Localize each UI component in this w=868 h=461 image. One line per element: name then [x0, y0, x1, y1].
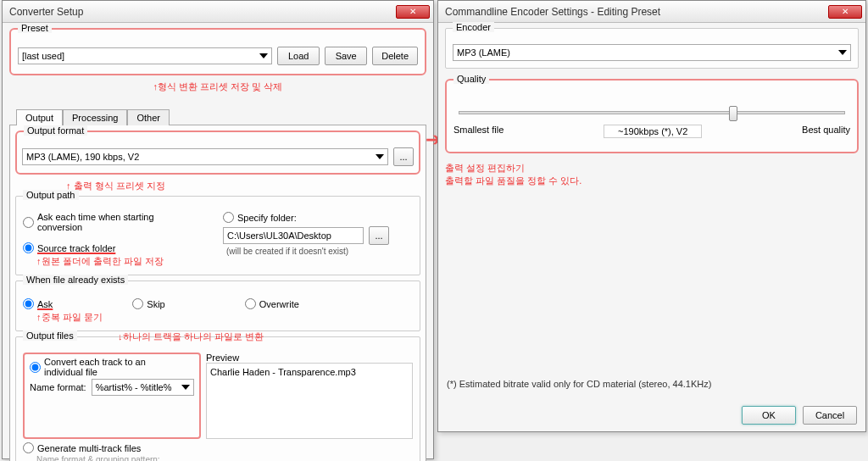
preset-legend: Preset [18, 23, 52, 33]
grouping-label: Name format & grouping pattern: [36, 455, 413, 461]
load-button[interactable]: Load [277, 47, 320, 65]
output-format-combo[interactable]: MP3 (LAME), 190 kbps, V2 [22, 148, 388, 165]
source-annotation: ↑원본 폴더에 출력한 파일 저장 [36, 255, 213, 268]
output-format-annotation: ↑ 출력 형식 프리셋 지정 [66, 180, 420, 192]
footnote: (*) Estimated bitrate valid only for CD … [447, 379, 711, 389]
ask-each-radio[interactable]: Ask each time when starting conversion [23, 212, 201, 232]
quality-slider[interactable] [459, 111, 845, 114]
smallest-label: Smallest file [453, 125, 504, 138]
window-title: Converter Setup [9, 6, 396, 18]
exists-annotation: ↑중복 파일 묻기 [36, 311, 413, 324]
folder-browse-button[interactable]: ... [369, 226, 389, 245]
name-format-label: Name format: [30, 382, 86, 392]
exists-legend: When file already exists [23, 275, 128, 285]
folder-input[interactable] [223, 227, 364, 244]
format-browse-button[interactable]: ... [393, 147, 414, 166]
titlebar: Converter Setup ✕ [3, 1, 433, 23]
preview-label: Preview [206, 353, 413, 363]
preset-annotation: ↑형식 변환 프리셋 저장 및 삭제 [9, 81, 426, 93]
quality-group: Quality Smallest file ~190kbps (*), V2 B… [445, 79, 859, 153]
encoder-annotation-2: 출력할 파일 품질을 정할 수 있다. [445, 175, 859, 187]
output-files-legend: Output files [23, 330, 77, 341]
converter-setup-dialog: Converter Setup ✕ Preset [last used] Loa… [2, 0, 434, 459]
output-path-group: Output path Ask each time when starting … [15, 196, 420, 275]
tab-output[interactable]: Output [16, 109, 63, 125]
output-path-legend: Output path [23, 190, 79, 200]
encoder-combo[interactable]: MP3 (LAME) [453, 44, 851, 61]
encoder-group: Encoder MP3 (LAME) [445, 28, 859, 69]
tab-other[interactable]: Other [127, 109, 170, 125]
delete-button[interactable]: Delete [372, 47, 418, 65]
name-format-combo[interactable]: %artist% - %title% [92, 379, 194, 396]
close-icon[interactable]: ✕ [828, 5, 862, 19]
output-files-group: Output files ↓하나의 트랙을 하나의 파일로 변환 Convert… [15, 336, 420, 461]
preview-box: Charlie Haden - Transparence.mp3 [206, 363, 413, 439]
tab-processing[interactable]: Processing [63, 109, 127, 125]
convert-each-radio[interactable]: Convert each track to an individual file [30, 357, 182, 377]
output-format-group: Output format MP3 (LAME), 190 kbps, V2 .… [15, 131, 420, 175]
exists-skip-radio[interactable]: Skip [132, 298, 164, 309]
source-folder-radio[interactable]: Source track folder [23, 242, 115, 253]
save-button[interactable]: Save [325, 47, 367, 65]
titlebar: Commandline Encoder Settings - Editing P… [438, 1, 865, 23]
exists-group: When file already exists Ask Skip Overwr… [15, 280, 420, 331]
quality-legend: Quality [453, 74, 489, 84]
ok-button[interactable]: OK [742, 406, 796, 425]
output-format-legend: Output format [24, 125, 87, 136]
window-title: Commandline Encoder Settings - Editing P… [445, 6, 828, 18]
close-icon[interactable]: ✕ [396, 5, 430, 19]
exists-ask-radio[interactable]: Ask [23, 298, 53, 309]
slider-thumb[interactable] [729, 106, 737, 121]
preset-combo[interactable]: [last used] [18, 47, 272, 64]
encoder-settings-dialog: Commandline Encoder Settings - Editing P… [437, 0, 866, 432]
exists-overwrite-radio[interactable]: Overwrite [245, 298, 299, 309]
encoder-legend: Encoder [453, 22, 494, 32]
current-quality: ~190kbps (*), V2 [604, 125, 702, 138]
specify-folder-radio[interactable]: Specify folder: [223, 212, 297, 223]
generate-multi-radio[interactable]: Generate multi-track files [23, 442, 141, 453]
best-label: Best quality [802, 125, 850, 138]
folder-note: (will be created if it doesn't exist) [226, 247, 413, 256]
tabs: Output Processing Other [9, 108, 426, 125]
preset-group: Preset [last used] Load Save Delete [9, 28, 426, 75]
encoder-annotation-1: 출력 설정 편집하기 [445, 162, 859, 175]
cancel-button[interactable]: Cancel [803, 406, 857, 425]
onefile-annotation: ↓하나의 트랙을 하나의 파일로 변환 [118, 330, 264, 343]
